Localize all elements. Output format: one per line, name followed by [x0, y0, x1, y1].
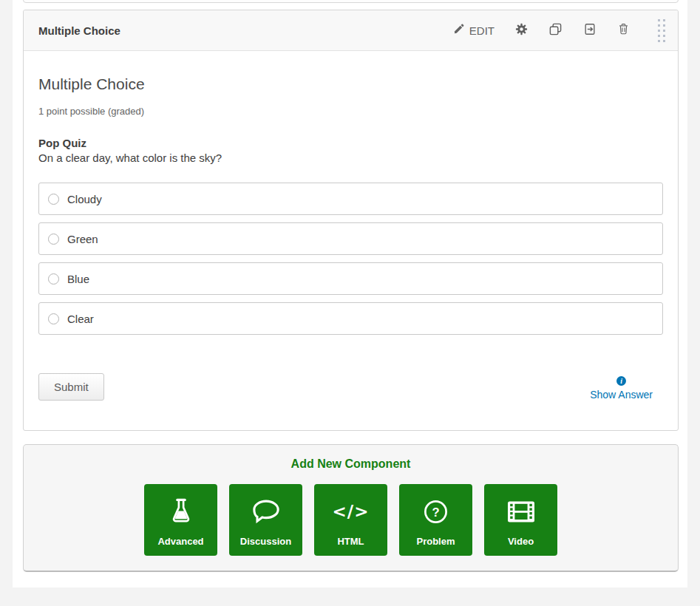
previous-component-card-edge — [23, 0, 679, 3]
add-new-component-panel: Add New Component Advanced — [23, 444, 679, 572]
duplicate-button[interactable] — [548, 22, 563, 39]
edit-label: EDIT — [469, 24, 495, 37]
add-discussion-button[interactable]: Discussion — [229, 484, 302, 556]
code-icon: </> — [333, 495, 370, 528]
radio-button-icon[interactable] — [48, 234, 59, 245]
add-html-button[interactable]: </> HTML — [314, 484, 387, 556]
answer-option-green[interactable]: Green — [38, 222, 663, 255]
component-button-label: Problem — [416, 536, 455, 547]
problem-heading: Multiple Choice — [38, 75, 663, 93]
answer-option-clear[interactable]: Clear — [38, 302, 663, 335]
option-label: Blue — [67, 273, 89, 285]
answer-options: Cloudy Green Blue Clear — [38, 183, 663, 335]
radio-button-icon[interactable] — [48, 194, 59, 205]
problem-preview: Multiple Choice 1 point possible (graded… — [24, 51, 678, 401]
component-header: Multiple Choice EDIT — [24, 10, 678, 51]
question-title: Pop Quiz — [38, 137, 663, 149]
multiple-choice-component-card: Multiple Choice EDIT — [23, 10, 679, 431]
question-circle-icon: ? — [422, 495, 449, 528]
show-answer-label: Show Answer — [590, 389, 653, 401]
radio-button-icon[interactable] — [48, 273, 59, 285]
radio-button-icon[interactable] — [48, 313, 59, 324]
option-label: Cloudy — [67, 193, 102, 205]
component-button-label: Discussion — [240, 536, 291, 547]
settings-button[interactable] — [515, 23, 528, 38]
component-type-buttons: Advanced Discussion </> HTML — [24, 484, 678, 556]
problem-actions: Submit i Show Answer — [38, 373, 663, 401]
component-title: Multiple Choice — [38, 24, 453, 37]
flask-icon — [169, 495, 194, 528]
submit-button[interactable]: Submit — [38, 373, 104, 401]
component-button-label: Advanced — [157, 536, 203, 547]
delete-button[interactable] — [617, 22, 630, 38]
gear-icon — [515, 23, 528, 38]
option-label: Clear — [67, 313, 94, 325]
speech-bubble-icon — [251, 495, 281, 528]
component-actions: EDIT — [453, 16, 668, 45]
trash-icon — [617, 22, 630, 38]
svg-text:?: ? — [432, 505, 439, 520]
studio-unit-page: Multiple Choice EDIT — [0, 0, 700, 606]
move-button[interactable] — [583, 22, 597, 39]
option-label: Green — [67, 233, 98, 245]
add-video-button[interactable]: Video — [484, 484, 557, 556]
duplicate-icon — [548, 22, 563, 39]
add-problem-button[interactable]: ? Problem — [399, 484, 472, 556]
question-text: On a clear day, what color is the sky? — [38, 152, 663, 164]
film-icon — [507, 495, 535, 528]
move-icon — [583, 22, 597, 39]
content-container: Multiple Choice EDIT — [13, 0, 687, 588]
points-possible: 1 point possible (graded) — [38, 106, 663, 117]
answer-option-cloudy[interactable]: Cloudy — [38, 183, 663, 215]
add-new-component-title: Add New Component — [24, 457, 678, 471]
pencil-icon — [453, 24, 464, 37]
drag-handle-icon[interactable] — [655, 16, 668, 45]
component-button-label: Video — [508, 536, 534, 547]
component-button-label: HTML — [337, 536, 364, 547]
answer-option-blue[interactable]: Blue — [38, 262, 663, 295]
add-advanced-button[interactable]: Advanced — [144, 484, 217, 556]
info-icon: i — [616, 376, 626, 386]
show-answer-button[interactable]: i Show Answer — [590, 373, 653, 401]
edit-button[interactable]: EDIT — [453, 24, 495, 37]
